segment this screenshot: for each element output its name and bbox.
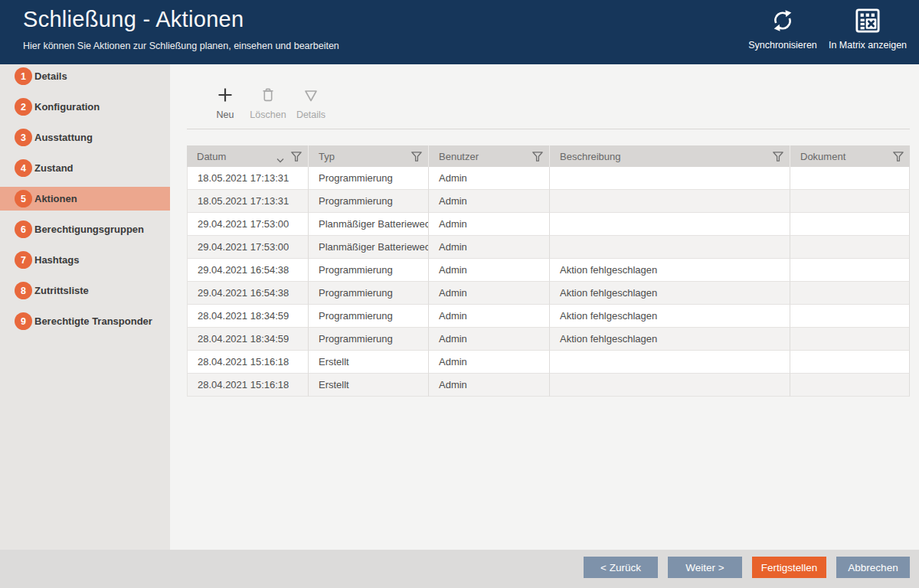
trash-icon: [260, 87, 276, 106]
cell-beschreibung: [550, 236, 790, 259]
finish-button[interactable]: Fertigstellen: [752, 557, 826, 578]
delete-button[interactable]: Löschen: [250, 87, 286, 120]
wizard-footer-bar: < Zurück Weiter > Fertigstellen Abbreche…: [0, 550, 919, 588]
cell-dokument: [790, 374, 910, 397]
back-button[interactable]: < Zurück: [584, 557, 658, 578]
table-row[interactable]: 28.04.2021 15:16:18 Erstellt Admin: [187, 374, 910, 397]
cell-typ: Erstellt: [309, 374, 429, 397]
table-row[interactable]: 28.04.2021 15:16:18 Erstellt Admin: [187, 351, 910, 374]
table-row[interactable]: 29.04.2021 17:53:00 Planmäßiger Batterie…: [187, 236, 910, 259]
cell-datum: 28.04.2021 15:16:18: [187, 374, 309, 397]
show-in-matrix-button[interactable]: In Matrix anzeigen: [814, 8, 919, 51]
sidebar-item-berechtigte-transponder[interactable]: 9 Berechtigte Transponder: [0, 309, 170, 333]
step-number-badge: 8: [15, 282, 32, 299]
details-button[interactable]: Details: [293, 87, 329, 120]
cell-beschreibung: [550, 167, 790, 190]
sidebar-item-konfiguration[interactable]: 2 Konfiguration: [0, 95, 170, 119]
sidebar-item-hashtags[interactable]: 7 Hashtags: [0, 248, 170, 272]
cell-datum: 29.04.2021 16:54:38: [187, 259, 309, 282]
show-in-matrix-label: In Matrix anzeigen: [829, 40, 907, 51]
table-header-row: Datum Typ Benutzer: [187, 145, 910, 167]
cell-dokument: [790, 282, 910, 305]
cell-beschreibung: Aktion fehlgeschlagen: [550, 328, 790, 351]
step-number-badge: 1: [15, 67, 32, 85]
sidebar-item-label: Ausstattung: [34, 126, 93, 149]
page-subtitle: Hier können Sie Aktionen zur Schließung …: [23, 41, 339, 51]
toolbar-divider: [187, 129, 910, 129]
cell-benutzer: Admin: [429, 305, 550, 328]
sidebar-item-ausstattung[interactable]: 3 Ausstattung: [0, 126, 170, 149]
sidebar-item-berechtigungsgruppen[interactable]: 6 Berechtigungsgruppen: [0, 217, 170, 241]
step-number-badge: 9: [15, 312, 32, 330]
column-label: Typ: [319, 151, 335, 162]
wizard-step-sidebar: 1 Details 2 Konfiguration 3 Ausstattung …: [0, 64, 170, 550]
cell-benutzer: Admin: [429, 351, 550, 374]
cell-datum: 28.04.2021 18:34:59: [187, 305, 309, 328]
filter-icon[interactable]: [532, 152, 543, 164]
cell-datum: 28.04.2021 15:16:18: [187, 351, 309, 374]
cell-dokument: [790, 351, 910, 374]
table-row[interactable]: 29.04.2021 17:53:00 Planmäßiger Batterie…: [187, 213, 910, 236]
cell-beschreibung: [550, 351, 790, 374]
table-row[interactable]: 29.04.2021 16:54:38 Programmierung Admin…: [187, 282, 910, 305]
step-number-badge: 5: [15, 190, 32, 207]
filter-icon[interactable]: [893, 152, 904, 164]
sidebar-item-zustand[interactable]: 4 Zustand: [0, 156, 170, 180]
sidebar-item-aktionen[interactable]: 5 Aktionen: [0, 187, 170, 211]
cell-dokument: [790, 236, 910, 259]
sync-icon: [770, 8, 795, 36]
cell-typ: Programmierung: [309, 282, 429, 305]
sidebar-item-label: Berechtigte Transponder: [34, 309, 152, 333]
cell-benutzer: Admin: [429, 374, 550, 397]
filter-icon[interactable]: [773, 152, 783, 164]
sidebar-item-label: Aktionen: [34, 187, 77, 211]
cell-beschreibung: Aktion fehlgeschlagen: [550, 259, 790, 282]
sort-desc-icon: [276, 154, 284, 165]
table-row[interactable]: 18.05.2021 17:13:31 Programmierung Admin: [187, 190, 910, 213]
details-button-label: Details: [296, 109, 325, 120]
column-header-benutzer[interactable]: Benutzer: [429, 145, 550, 167]
cell-typ: Planmäßiger Batteriewec: [309, 236, 429, 259]
cell-dokument: [790, 259, 910, 282]
cell-benutzer: Admin: [429, 236, 550, 259]
table-row[interactable]: 28.04.2021 18:34:59 Programmierung Admin…: [187, 328, 910, 351]
cell-benutzer: Admin: [429, 167, 550, 190]
cell-datum: 18.05.2021 17:13:31: [187, 190, 309, 213]
sidebar-item-label: Hashtags: [34, 248, 80, 272]
cell-dokument: [790, 213, 910, 236]
cell-beschreibung: [550, 374, 790, 397]
cell-typ: Programmierung: [309, 167, 429, 190]
cell-dokument: [790, 328, 910, 351]
column-header-dokument[interactable]: Dokument: [790, 145, 910, 167]
sidebar-item-label: Details: [34, 64, 67, 88]
triangle-down-icon: [303, 89, 319, 106]
cell-dokument: [790, 305, 910, 328]
step-number-badge: 2: [15, 98, 32, 116]
new-button[interactable]: Neu: [207, 87, 244, 120]
sidebar-item-label: Zustand: [34, 156, 74, 180]
next-button[interactable]: Weiter >: [668, 557, 742, 578]
table-row[interactable]: 29.04.2021 16:54:38 Programmierung Admin…: [187, 259, 910, 282]
cell-datum: 28.04.2021 18:34:59: [187, 328, 309, 351]
column-header-typ[interactable]: Typ: [309, 145, 429, 167]
sidebar-item-details[interactable]: 1 Details: [0, 64, 170, 88]
filter-icon[interactable]: [411, 152, 422, 164]
cell-benutzer: Admin: [429, 213, 550, 236]
table-row[interactable]: 18.05.2021 17:13:31 Programmierung Admin: [187, 167, 910, 190]
actions-table: Datum Typ Benutzer: [187, 145, 910, 397]
cell-benutzer: Admin: [429, 259, 550, 282]
step-number-badge: 3: [15, 129, 32, 146]
cell-typ: Programmierung: [309, 190, 429, 213]
column-header-datum[interactable]: Datum: [187, 145, 309, 167]
page-title: Schließung - Aktionen: [23, 7, 244, 32]
cell-datum: 18.05.2021 17:13:31: [187, 167, 309, 190]
filter-icon[interactable]: [291, 152, 302, 164]
cell-beschreibung: Aktion fehlgeschlagen: [550, 282, 790, 305]
column-header-beschreibung[interactable]: Beschreibung: [550, 145, 790, 167]
sidebar-item-label: Berechtigungsgruppen: [34, 217, 144, 241]
sidebar-item-zutrittsliste[interactable]: 8 Zutrittsliste: [0, 279, 170, 302]
sidebar-item-label: Zutrittsliste: [34, 279, 89, 302]
table-row[interactable]: 28.04.2021 18:34:59 Programmierung Admin…: [187, 305, 910, 328]
cell-benutzer: Admin: [429, 282, 550, 305]
cancel-button[interactable]: Abbrechen: [836, 557, 910, 578]
